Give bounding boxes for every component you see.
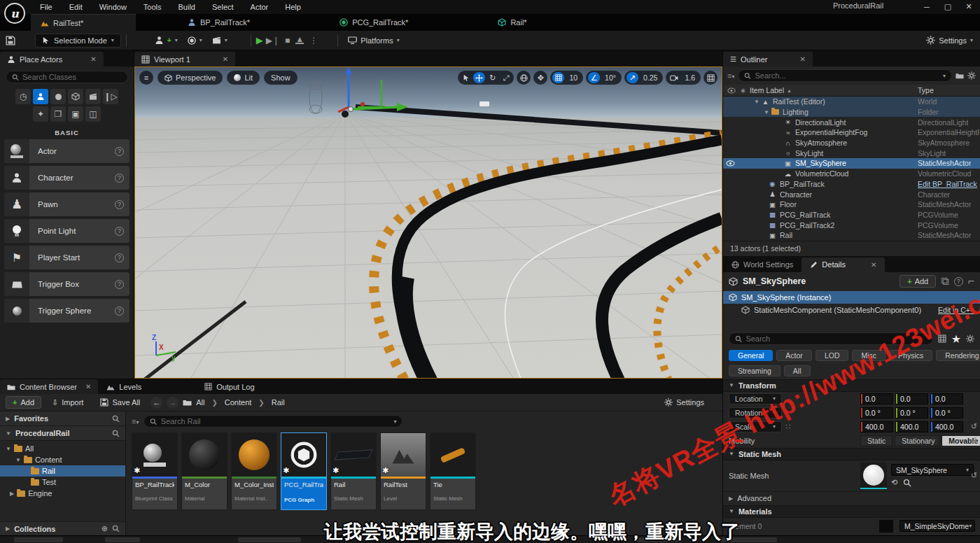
category-panels-icon[interactable]: ▣	[68, 106, 83, 122]
play-button[interactable]: ▶	[256, 35, 263, 45]
save-icon[interactable]	[6, 36, 15, 45]
category-cinematic-icon[interactable]	[85, 89, 101, 104]
menu-file[interactable]: File	[32, 1, 60, 13]
viewport-3d[interactable]: Z X y ≡ Perspective Lit Show	[134, 66, 722, 379]
help-icon[interactable]: ?	[115, 280, 124, 289]
world-settings-tab[interactable]: World Settings	[723, 258, 802, 272]
outliner-row[interactable]: ☁VolumetricCloudVolumetricCloud	[723, 169, 980, 179]
outliner-row[interactable]: ▣RailStaticMeshActor	[723, 230, 980, 241]
outliner-row[interactable]: ◉BP_RailTrackEdit BP_RailTrack	[723, 179, 980, 190]
chevron-down-icon[interactable]: ▾	[943, 73, 946, 79]
select-tool[interactable]	[460, 72, 472, 83]
details-tab[interactable]: Details ✕	[802, 258, 885, 272]
filter-rendering[interactable]: Rendering	[936, 350, 980, 361]
tab-rail[interactable]: Rail*	[488, 14, 536, 31]
close-icon[interactable]: ✕	[800, 55, 806, 63]
menu-tools[interactable]: Tools	[136, 1, 169, 13]
asset-rail[interactable]: ✱ RailStatic Mesh	[330, 432, 377, 510]
surface-snap-toggle[interactable]: ✥	[533, 71, 547, 85]
outliner-column-header[interactable]: ∗ Item Label ▲ Type	[723, 85, 980, 97]
project-section[interactable]: ▼ProceduralRail	[0, 426, 125, 441]
output-log-tab[interactable]: Output Log	[197, 379, 261, 394]
outliner-row[interactable]: ≈ExponentialHeightFogExponentialHeightFo	[723, 127, 980, 138]
close-button[interactable]: ✕	[959, 0, 979, 13]
outliner-row[interactable]: ▣FloorStaticMeshActor	[723, 199, 980, 210]
selection-mode-dropdown[interactable]: Selection Mode ▾	[35, 34, 121, 48]
asset-railtest[interactable]: ✱ RailTestLevel	[380, 432, 426, 510]
import-button[interactable]: ⇩Import	[46, 397, 90, 409]
type-column[interactable]: Type	[918, 86, 934, 94]
filter-streaming[interactable]: Streaming	[729, 365, 780, 376]
category-lights-icon[interactable]	[50, 89, 66, 104]
tree-item-rail[interactable]: Rail	[0, 465, 125, 477]
component-tree-icon[interactable]: ⧉	[941, 275, 948, 288]
outliner-search-input[interactable]	[755, 71, 939, 80]
outliner-row-selected[interactable]: ▣SM_SkySphereStaticMeshActor	[723, 158, 980, 169]
outliner-row[interactable]: ∩SkyAtmosphereSkyAtmosphere	[723, 138, 980, 148]
close-icon[interactable]: ✕	[223, 55, 228, 63]
close-icon[interactable]: ✕	[90, 55, 96, 63]
category-shapes-icon[interactable]	[68, 89, 83, 104]
filter-actor[interactable]: Actor	[776, 350, 812, 361]
place-actor-item-trigger-box[interactable]: Trigger Box ?	[4, 272, 130, 296]
outliner-row[interactable]: ☀DirectionalLightDirectionalLight	[723, 117, 980, 127]
save-all-button[interactable]: Save All	[94, 397, 146, 408]
menu-edit[interactable]: Edit	[62, 1, 90, 13]
search-icon[interactable]	[112, 525, 120, 533]
favorites-section[interactable]: ▶Favorites	[0, 411, 125, 426]
advanced-row[interactable]: ▶Advanced	[723, 491, 980, 505]
eye-icon[interactable]	[727, 87, 736, 94]
scale-x-field[interactable]: 400.0	[860, 421, 893, 432]
move-tool[interactable]	[473, 72, 485, 83]
rotation-y-field[interactable]: 0.0 °	[895, 407, 928, 418]
viewport-layout-button[interactable]	[704, 71, 718, 85]
details-settings-icon[interactable]	[966, 334, 974, 343]
help-icon[interactable]: ?	[115, 253, 124, 262]
category-audio-icon[interactable]: ❙▷	[103, 89, 118, 104]
grid-snap-value[interactable]: 10	[566, 73, 581, 82]
tree-item-all[interactable]: ▼All	[0, 443, 125, 454]
unreal-logo-icon[interactable]: u	[4, 3, 25, 24]
add-asset-button[interactable]: +Add	[6, 396, 41, 409]
lit-dropdown[interactable]: Lit	[227, 71, 260, 85]
search-classes-input[interactable]	[22, 73, 122, 81]
chevron-down-icon[interactable]: ▾	[393, 418, 396, 425]
camera-speed-value[interactable]: 1.6	[681, 73, 699, 82]
mobility-static[interactable]: Static	[860, 435, 892, 446]
asset-tie[interactable]: TieStatic Mesh	[430, 432, 476, 510]
asset-search-box[interactable]: ▾	[144, 415, 402, 428]
add-collection-icon[interactable]: ⊕	[102, 524, 108, 533]
outliner-row[interactable]: ♟CharacterCharacter	[723, 189, 980, 199]
tree-item-engine[interactable]: ▶Engine	[0, 488, 125, 499]
asset-pcg-railtrack[interactable]: ✱ PCG_RailTrackPCG Graph	[281, 432, 327, 510]
tab-pcg-railtrack[interactable]: PCG_RailTrack*	[330, 14, 418, 31]
world-space-toggle[interactable]	[517, 71, 531, 85]
mobility-stationary[interactable]: Stationary	[895, 435, 939, 446]
maximize-button[interactable]: ▢	[938, 0, 958, 13]
breadcrumb-content[interactable]: Content	[225, 398, 252, 407]
eye-icon[interactable]	[726, 160, 735, 167]
scale-tool[interactable]: ⤢	[500, 72, 512, 83]
revert-icon[interactable]: ↺	[971, 422, 977, 431]
asset-m-color[interactable]: M_ColorMaterial	[181, 432, 227, 510]
grid-snap-control[interactable]: 10	[550, 71, 583, 85]
camera-speed-control[interactable]: 1.6	[666, 71, 701, 85]
help-icon[interactable]: ?	[115, 306, 124, 316]
show-dropdown[interactable]: Show	[264, 71, 298, 85]
menu-actor[interactable]: Actor	[243, 1, 276, 13]
search-icon[interactable]	[112, 415, 120, 423]
levels-tab[interactable]: Levels	[99, 379, 148, 394]
eject-button[interactable]: ▲	[295, 36, 304, 44]
new-folder-icon[interactable]	[955, 71, 964, 80]
filter-general[interactable]: General	[729, 350, 773, 361]
category-basic-icon[interactable]	[33, 89, 48, 104]
static-mesh-thumbnail[interactable]	[860, 463, 887, 489]
outliner-settings-icon[interactable]	[967, 71, 976, 80]
help-icon[interactable]: ?	[115, 227, 124, 236]
outliner-row[interactable]: ▼▲RailTest (Editor)World	[723, 97, 980, 107]
place-actor-item-point-light[interactable]: Point Light ?	[4, 219, 130, 243]
browse-to-asset-icon[interactable]	[903, 479, 911, 487]
asset-bp-railtrack[interactable]: ✱ BP_RailTrackBlueprint Class	[132, 432, 178, 510]
filter-icon[interactable]: ≡▾	[132, 417, 139, 425]
help-icon[interactable]: ?	[115, 147, 124, 156]
